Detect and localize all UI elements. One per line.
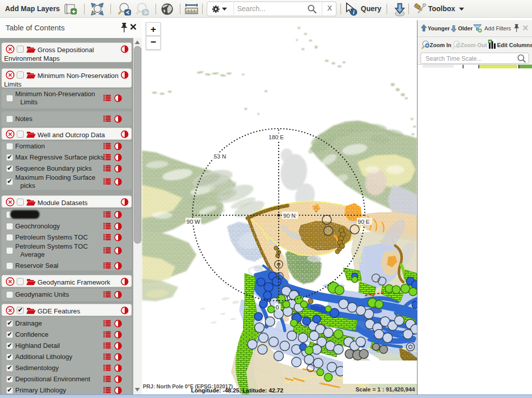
- svg-text:0: 0: [276, 304, 279, 310]
- svg-text:53 N: 53 N: [214, 153, 226, 160]
- svg-text:90 E: 90 E: [358, 219, 370, 225]
- svg-text:180 E: 180 E: [269, 134, 284, 140]
- svg-text:90 W: 90 W: [186, 219, 200, 225]
- svg-text:90 N: 90 N: [283, 213, 295, 219]
